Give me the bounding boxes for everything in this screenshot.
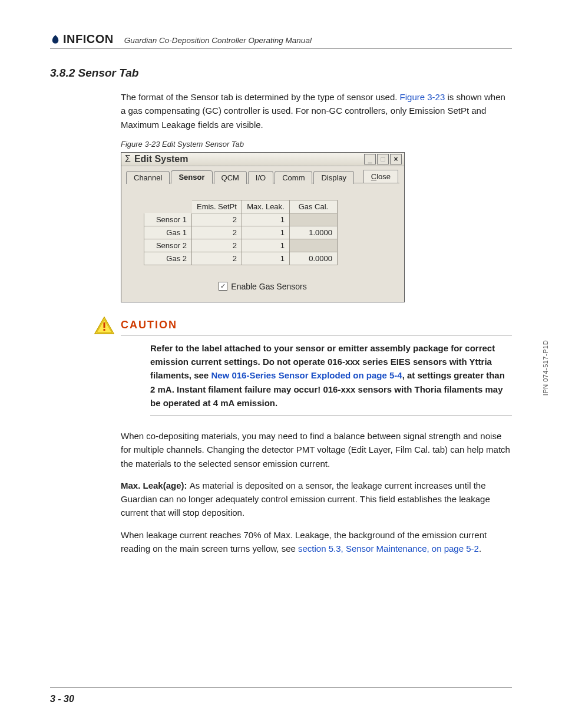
cell-leak[interactable]: 1	[242, 239, 289, 252]
document-title: Guardian Co-Deposition Controller Operat…	[124, 36, 312, 46]
table-row: Gas 1 2 1 1.0000	[144, 226, 338, 239]
cell-gas	[289, 213, 337, 226]
table-row: Gas 2 2 1 0.0000	[144, 252, 338, 265]
paragraph-codeposit: When co-depositing materials, you may ne…	[121, 429, 512, 470]
page-footer: 3 - 30	[50, 687, 512, 704]
brand-icon	[50, 34, 61, 45]
enable-gas-sensors-checkbox[interactable]: ✓	[219, 282, 227, 291]
cell-leak[interactable]: 1	[242, 213, 289, 226]
tab-comm[interactable]: Comm	[275, 171, 312, 184]
cell-gas	[289, 239, 337, 252]
edit-system-dialog: Σ Edit System _ □ × Channel Sensor QCM I…	[121, 152, 405, 302]
tab-strip: Channel Sensor QCM I/O Comm Display	[126, 170, 399, 183]
caution-rule-bottom	[150, 416, 512, 416]
enable-gas-sensors-row: ✓ Enable Gas Sensors	[126, 282, 399, 291]
intro-text-a: The format of the Sensor tab is determin…	[121, 92, 400, 102]
tab-display[interactable]: Display	[313, 171, 354, 184]
cell-emis[interactable]: 2	[192, 252, 242, 265]
caution-icon	[94, 317, 114, 337]
tab-sensor[interactable]: Sensor	[171, 170, 212, 184]
paragraph-max-leak: Max. Leak(age): As material is deposited…	[121, 479, 512, 520]
cell-leak[interactable]: 1	[242, 226, 289, 239]
caution-rule-top	[121, 335, 512, 335]
cell-emis[interactable]: 2	[192, 226, 242, 239]
row-label: Sensor 2	[144, 239, 192, 252]
row-label: Gas 2	[144, 252, 192, 265]
dialog-title: Edit System	[134, 154, 189, 164]
cell-leak[interactable]: 1	[242, 252, 289, 265]
brand-text: INFICON	[63, 32, 114, 46]
cell-emis[interactable]: 2	[192, 213, 242, 226]
figure-caption: Figure 3-23 Edit System Sensor Tab	[121, 140, 512, 149]
cell-gas[interactable]: 0.0000	[289, 252, 337, 265]
caution-title: CAUTION	[121, 319, 512, 331]
row-label: Gas 1	[144, 226, 192, 239]
close-button-rest: lose	[376, 172, 391, 181]
col-max-leak: Max. Leak.	[242, 200, 289, 213]
tab-qcm[interactable]: QCM	[214, 171, 247, 184]
brand-logo: INFICON	[50, 32, 114, 46]
cell-gas[interactable]: 1.0000	[289, 226, 337, 239]
paragraph-leakage: When leakage current reaches 70% of Max.…	[121, 528, 512, 556]
caution-block: CAUTION Refer to the label attached to y…	[121, 319, 512, 416]
cell-emis[interactable]: 2	[192, 239, 242, 252]
col-emis-setpt: Emis. SetPt	[192, 200, 242, 213]
table-corner	[144, 200, 192, 213]
page-header: INFICON Guardian Co-Deposition Controlle…	[50, 32, 512, 49]
row-label: Sensor 1	[144, 213, 192, 226]
close-window-button[interactable]: ×	[390, 154, 402, 164]
enable-gas-sensors-label: Enable Gas Sensors	[231, 282, 306, 291]
figure-ref-link[interactable]: Figure 3-23	[400, 92, 445, 102]
page-number: 3 - 30	[50, 694, 74, 704]
section-heading: 3.8.2 Sensor Tab	[50, 67, 512, 80]
col-gas-cal: Gas Cal.	[289, 200, 337, 213]
intro-paragraph: The format of the Sensor tab is determin…	[121, 90, 512, 131]
close-button[interactable]: Close	[363, 170, 398, 183]
maximize-button[interactable]: □	[377, 154, 389, 164]
caution-link[interactable]: New 016-Series Sensor Exploded on page 5…	[211, 370, 402, 380]
ipn-code: IPN 074-517-P1D	[542, 340, 549, 395]
svg-rect-3	[104, 329, 105, 331]
leakage-text-b: .	[479, 543, 481, 554]
table-row: Sensor 1 2 1	[144, 213, 338, 226]
caution-body: Refer to the label attached to your sens…	[150, 341, 512, 410]
table-row: Sensor 2 2 1	[144, 239, 338, 252]
minimize-button[interactable]: _	[364, 154, 376, 164]
max-leak-lead: Max. Leak(age):	[121, 480, 190, 490]
sigma-icon: Σ	[125, 154, 131, 164]
tab-io[interactable]: I/O	[248, 171, 273, 184]
sensor-table: Emis. SetPt Max. Leak. Gas Cal. Sensor 1…	[144, 200, 338, 265]
section-ref-link[interactable]: section 5.3, Sensor Maintenance, on page…	[298, 543, 479, 554]
tab-channel[interactable]: Channel	[126, 171, 170, 184]
svg-rect-2	[104, 322, 105, 328]
dialog-titlebar: Σ Edit System _ □ ×	[121, 153, 404, 166]
